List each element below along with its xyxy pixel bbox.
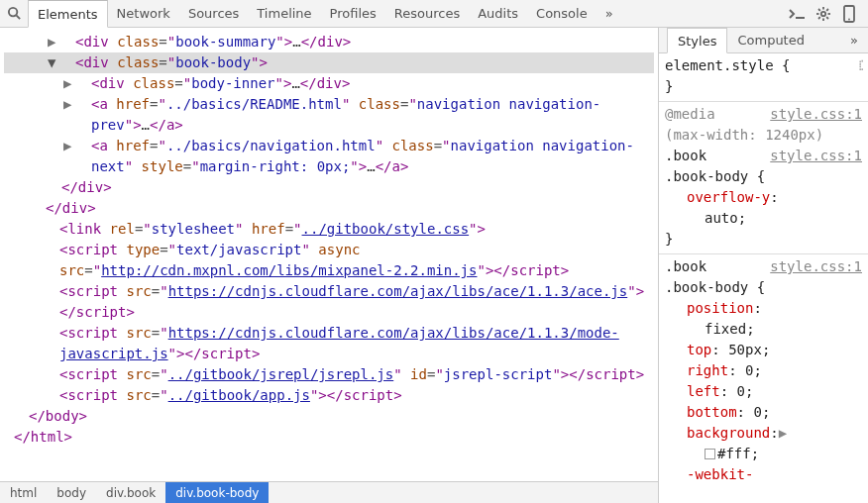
- svg-point-0: [8, 8, 16, 16]
- styles-sidebar: Styles Computed » ⁞⁚ element.style { } @…: [658, 28, 868, 503]
- element-state-icon[interactable]: ⁞⁚: [858, 55, 862, 76]
- tab-resources[interactable]: Resources: [385, 0, 469, 27]
- expand-arrow-icon[interactable]: ▶: [61, 32, 75, 52]
- color-swatch-icon[interactable]: [705, 449, 715, 459]
- tab-console[interactable]: Console: [527, 0, 597, 27]
- dom-closing-tag[interactable]: </div>: [4, 198, 654, 219]
- style-rule-element[interactable]: ⁞⁚ element.style { }: [659, 53, 868, 102]
- source-link[interactable]: style.css:1: [770, 146, 862, 166]
- source-link[interactable]: style.css:1: [770, 104, 862, 125]
- expand-arrow-icon[interactable]: ▶: [77, 136, 91, 156]
- dom-node[interactable]: <script src="../gitbook/app.js"></script…: [4, 385, 654, 406]
- main-split: ▶<div class="book-summary">…</div> ▼<div…: [0, 28, 868, 503]
- side-tab-computed[interactable]: Computed: [727, 28, 814, 52]
- tab-network[interactable]: Network: [108, 0, 179, 27]
- side-tab-styles[interactable]: Styles: [667, 28, 727, 53]
- side-tab-overflow[interactable]: »: [840, 28, 868, 52]
- gear-icon[interactable]: [811, 6, 836, 22]
- dom-closing-tag[interactable]: </body>: [4, 406, 654, 427]
- dom-node-selected[interactable]: ▼<div class="book-body">: [4, 52, 654, 73]
- svg-line-8: [818, 9, 820, 11]
- crumb-body[interactable]: body: [47, 482, 96, 503]
- dom-tree[interactable]: ▶<div class="book-summary">…</div> ▼<div…: [0, 28, 658, 481]
- device-mode-icon[interactable]: [836, 5, 862, 23]
- dom-node[interactable]: <link rel="stylesheet" href="../gitbook/…: [4, 219, 654, 240]
- elements-panel: ▶<div class="book-summary">…</div> ▼<div…: [0, 28, 658, 503]
- svg-line-10: [818, 17, 820, 19]
- breadcrumb: html body div.book div.book-body: [0, 481, 658, 503]
- styles-list[interactable]: ⁞⁚ element.style { } @media style.css:1 …: [659, 53, 868, 503]
- tab-overflow[interactable]: »: [597, 0, 622, 27]
- expand-arrow-icon[interactable]: ▶: [77, 94, 91, 115]
- expand-arrow-icon[interactable]: ▶: [77, 73, 91, 94]
- dom-node[interactable]: <script src="https://cdnjs.cloudflare.co…: [4, 323, 654, 364]
- search-icon[interactable]: [0, 0, 28, 27]
- style-rule-main[interactable]: .book style.css:1 .book-body { position:…: [659, 254, 868, 489]
- drawer-toggle-icon[interactable]: [785, 7, 811, 21]
- devtools-toolbar: Elements Network Sources Timeline Profil…: [0, 0, 868, 28]
- svg-line-11: [826, 9, 828, 11]
- dom-node[interactable]: <script src="../gitbook/jsrepl/jsrepl.js…: [4, 364, 654, 385]
- tab-profiles[interactable]: Profiles: [321, 0, 385, 27]
- svg-line-9: [826, 17, 828, 19]
- toolbar-right: [785, 0, 868, 27]
- collapse-arrow-icon[interactable]: ▼: [61, 52, 75, 73]
- tab-audits[interactable]: Audits: [469, 0, 527, 27]
- media-query-text: (max-width: 1240px): [665, 125, 862, 146]
- dom-node[interactable]: <script src="https://cdnjs.cloudflare.co…: [4, 281, 654, 323]
- style-rule-media[interactable]: @media style.css:1 (max-width: 1240px) .…: [659, 102, 868, 254]
- tab-timeline[interactable]: Timeline: [248, 0, 320, 27]
- dom-node[interactable]: ▶<a href="../basics/README.html" class="…: [4, 94, 654, 136]
- svg-point-13: [848, 18, 850, 20]
- dom-node[interactable]: <script type="text/javascript" async src…: [4, 240, 654, 281]
- dom-node[interactable]: ▶<div class="book-summary">…</div>: [4, 32, 654, 52]
- panel-tabs: Elements Network Sources Timeline Profil…: [28, 0, 785, 27]
- tab-sources[interactable]: Sources: [179, 0, 248, 27]
- dom-closing-tag[interactable]: </html>: [4, 427, 654, 448]
- expand-tri-icon[interactable]: ▶: [779, 425, 787, 441]
- svg-line-1: [16, 15, 20, 19]
- dom-node[interactable]: ▶<div class="body-inner">…</div>: [4, 73, 654, 94]
- dom-node[interactable]: ▶<a href="../basics/navigation.html" cla…: [4, 136, 654, 177]
- crumb-book[interactable]: div.book: [96, 482, 165, 503]
- dom-closing-tag[interactable]: </div>: [4, 177, 654, 198]
- crumb-html[interactable]: html: [0, 482, 47, 503]
- sidebar-tabs: Styles Computed »: [659, 28, 868, 53]
- crumb-book-body[interactable]: div.book-body: [165, 482, 269, 503]
- svg-point-3: [821, 11, 825, 15]
- source-link[interactable]: style.css:1: [770, 256, 862, 277]
- tab-elements[interactable]: Elements: [28, 0, 108, 28]
